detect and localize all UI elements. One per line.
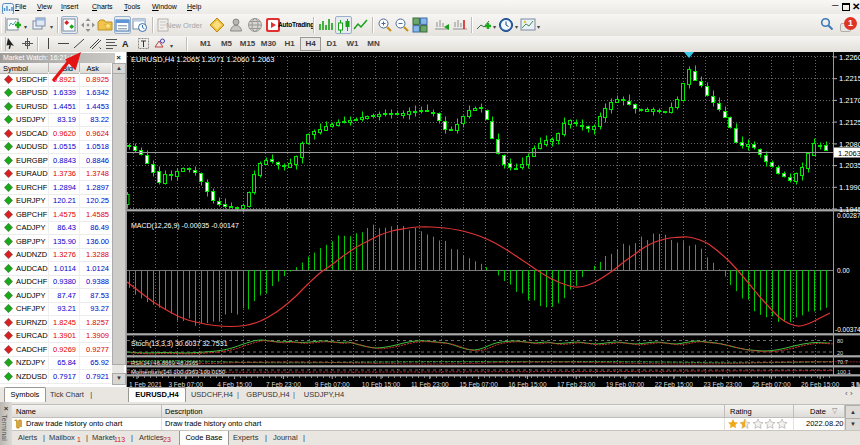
svg-text:1.2215: 1.2215 xyxy=(839,74,860,83)
svg-text:1.2080: 1.2080 xyxy=(839,140,860,149)
svg-text:RSI(14) 46.8869 48.0365: RSI(14) 46.8869 48.0365 xyxy=(131,360,199,366)
svg-text:0.00287: 0.00287 xyxy=(837,212,860,219)
svg-text:80: 80 xyxy=(837,338,843,344)
svg-text:Momentum(14) 100.0363 100.0150: Momentum(14) 100.0363 100.0150 xyxy=(131,369,226,375)
svg-text:Stoch(13,3,3) 30.6037 32.7531: Stoch(13,3,3) 30.6037 32.7531 xyxy=(131,340,228,348)
svg-text:0.00: 0.00 xyxy=(837,267,850,274)
svg-text:1.2170: 1.2170 xyxy=(839,96,860,105)
svg-text:EURUSD,H4 1.2065 1.2071 1.2060: EURUSD,H4 1.2065 1.2071 1.2060 1.2063 xyxy=(131,55,274,64)
svg-text:1.2035: 1.2035 xyxy=(839,161,860,170)
svg-text:-0.00374: -0.00374 xyxy=(835,326,860,333)
svg-text:1.1990: 1.1990 xyxy=(839,183,860,192)
svg-text:1.2125: 1.2125 xyxy=(839,118,860,127)
svg-text:100.1: 100.1 xyxy=(837,369,851,375)
svg-text:1.2260: 1.2260 xyxy=(839,53,860,62)
svg-text:MACD(12,26,9) -0.00035 -0.0014: MACD(12,26,9) -0.00035 -0.00147 xyxy=(131,222,239,230)
svg-text:20: 20 xyxy=(837,350,843,356)
svg-text:70.7: 70.7 xyxy=(837,359,848,365)
svg-text:1.2063: 1.2063 xyxy=(838,149,860,158)
